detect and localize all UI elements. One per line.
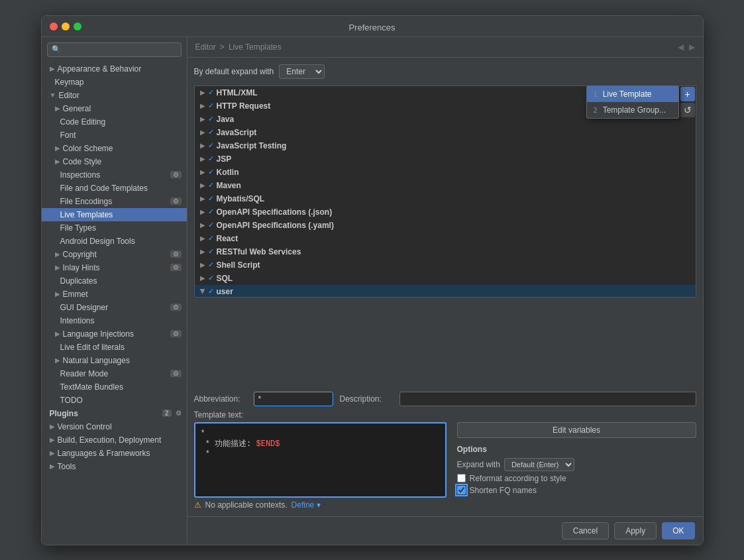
- abbreviation-input[interactable]: [254, 392, 333, 406]
- check-icon: ✓: [208, 141, 214, 150]
- sidebar-item-emmet[interactable]: ▶ Emmet: [42, 288, 187, 301]
- dropdown-item-live-template[interactable]: 1 Live Template: [587, 86, 678, 102]
- sidebar-item-duplicates[interactable]: Duplicates: [42, 274, 187, 288]
- template-group-restful[interactable]: ▶ ✓ RESTful Web Services: [195, 245, 696, 258]
- expand-with-select[interactable]: Default (Enter) Enter Tab: [504, 458, 574, 471]
- template-group-sql[interactable]: ▶ ✓ SQL: [195, 272, 696, 285]
- sidebar-item-tools[interactable]: ▶ Tools: [42, 460, 187, 473]
- sidebar-item-live-edit[interactable]: Live Edit of literals: [42, 341, 187, 354]
- sidebar-item-font[interactable]: Font: [42, 129, 187, 142]
- dropdown-label: Template Group...: [603, 105, 666, 115]
- arrow-icon: ▶: [200, 168, 205, 176]
- sidebar-item-languages[interactable]: ▶ Languages & Frameworks: [42, 447, 187, 460]
- arrow-icon: ▶: [200, 195, 205, 202]
- sidebar-item-file-templates[interactable]: File and Code Templates: [42, 182, 187, 195]
- cancel-button[interactable]: Cancel: [562, 522, 609, 539]
- sidebar-item-live-templates[interactable]: Live Templates: [42, 208, 187, 221]
- back-arrow[interactable]: ◀: [678, 42, 684, 52]
- close-button[interactable]: [50, 23, 58, 30]
- sidebar-item-plugins[interactable]: Plugins 2 ⚙: [42, 407, 187, 420]
- minimize-button[interactable]: [62, 23, 70, 30]
- search-box[interactable]: 🔍: [47, 42, 182, 57]
- sidebar-item-label: Keymap: [55, 78, 84, 87]
- sidebar-item-file-encodings[interactable]: File Encodings ⚙: [42, 195, 187, 208]
- description-input[interactable]: [399, 392, 696, 406]
- template-group-mybatis[interactable]: ▶ ✓ Mybatis/SQL: [195, 192, 696, 205]
- template-editor[interactable]: * * 功能描述: $END$ *: [194, 422, 447, 498]
- template-group-react[interactable]: ▶ ✓ React: [195, 232, 696, 245]
- shorten-checkbox[interactable]: [457, 486, 466, 494]
- warning-icon: ⚠: [194, 500, 201, 510]
- search-input[interactable]: [64, 45, 177, 54]
- nav-arrows: ◀ ▶: [678, 42, 695, 52]
- sidebar-item-color-scheme[interactable]: ▶ Color Scheme: [42, 142, 187, 155]
- sidebar-item-intentions[interactable]: Intentions: [42, 314, 187, 327]
- sidebar-item-inlay-hints[interactable]: ▶ Inlay Hints ⚙: [42, 261, 187, 274]
- sidebar-item-editor[interactable]: ▼ Editor: [42, 89, 187, 102]
- sidebar-item-code-style[interactable]: ▶ Code Style: [42, 155, 187, 168]
- check-icon: ✓: [208, 181, 214, 190]
- expand-label: By default expand with: [194, 67, 274, 76]
- template-text-area: * * 功能描述: $END$ * Edit variables Options…: [194, 422, 696, 498]
- template-group-shell[interactable]: ▶ ✓ Shell Script: [195, 258, 696, 272]
- sidebar-item-copyright[interactable]: ▶ Copyright ⚙: [42, 248, 187, 261]
- undo-button[interactable]: ↺: [680, 103, 695, 117]
- sidebar-item-todo[interactable]: TODO: [42, 394, 187, 407]
- template-group-openapi-json[interactable]: ▶ ✓ OpenAPI Specifications (.json): [195, 205, 696, 219]
- ok-button[interactable]: OK: [662, 522, 694, 539]
- sidebar-item-label: Build, Execution, Deployment: [58, 435, 162, 445]
- sidebar-item-code-editing[interactable]: Code Editing: [42, 115, 187, 129]
- sidebar-item-gui-designer[interactable]: GUI Designer ⚙: [42, 301, 187, 314]
- arrow-icon: ▶: [200, 102, 205, 109]
- arrow-icon: ▶: [200, 261, 205, 268]
- sidebar-item-general[interactable]: ▶ General: [42, 102, 187, 115]
- sidebar-item-label: Tools: [58, 462, 76, 471]
- maximize-button[interactable]: [74, 23, 81, 30]
- sidebar-item-label: Inspections: [60, 170, 101, 180]
- expand-select[interactable]: Enter Tab Space: [279, 64, 325, 79]
- dropdown-item-template-group[interactable]: 2 Template Group...: [587, 102, 678, 118]
- sidebar-item-label: Intentions: [60, 316, 95, 325]
- sidebar-item-keymap[interactable]: Keymap: [42, 76, 187, 89]
- apply-button[interactable]: Apply: [614, 522, 657, 539]
- sidebar-item-file-types[interactable]: File Types: [42, 221, 187, 235]
- edit-variables-button[interactable]: Edit variables: [457, 422, 696, 438]
- sidebar-item-language-injections[interactable]: ▶ Language Injections ⚙: [42, 327, 187, 341]
- reformat-checkbox[interactable]: [457, 474, 466, 482]
- sidebar-item-natural-languages[interactable]: ▶ Natural Languages: [42, 354, 187, 367]
- arrow-icon: ▶: [55, 105, 60, 112]
- template-group-kotlin[interactable]: ▶ ✓ Kotlin: [195, 166, 696, 179]
- sidebar-item-build[interactable]: ▶ Build, Execution, Deployment: [42, 433, 187, 447]
- define-link[interactable]: Define ▾: [292, 500, 321, 510]
- sidebar-item-android-design[interactable]: Android Design Tools: [42, 235, 187, 248]
- sidebar-item-label: File and Code Templates: [60, 184, 148, 193]
- group-name: Shell Script: [217, 260, 260, 270]
- options-title: Options: [457, 445, 696, 454]
- arrow-icon: ▶: [200, 142, 205, 149]
- sidebar-item-reader-mode[interactable]: Reader Mode ⚙: [42, 367, 187, 380]
- sidebar-item-label: Natural Languages: [63, 356, 130, 365]
- sidebar-item-appearance[interactable]: ▶ Appearance & Behavior: [42, 62, 187, 76]
- group-name: Java: [217, 115, 235, 124]
- sidebar-item-label: Color Scheme: [63, 144, 113, 153]
- sidebar-item-inspections[interactable]: Inspections ⚙: [42, 168, 187, 182]
- template-group-js-testing[interactable]: ▶ ✓ JavaScript Testing: [195, 139, 696, 152]
- arrow-icon: ▶: [55, 144, 60, 152]
- arrow-icon: ▶: [50, 463, 55, 470]
- warning-text: No applicable contexts.: [205, 500, 288, 510]
- sidebar-item-label: Android Design Tools: [60, 237, 135, 246]
- sidebar-item-version-control[interactable]: ▶ Version Control: [42, 420, 187, 433]
- traffic-lights: [50, 23, 81, 30]
- add-button[interactable]: +: [680, 87, 695, 101]
- template-group-openapi-yaml[interactable]: ▶ ✓ OpenAPI Specifications (.yaml): [195, 219, 696, 232]
- plugins-settings-icon: ⚙: [176, 410, 182, 417]
- template-group-user[interactable]: ▶ ✓ user: [195, 285, 696, 298]
- panel-body: By default expand with Enter Tab Space +…: [187, 58, 703, 516]
- sidebar-item-textmate[interactable]: TextMate Bundles: [42, 380, 187, 394]
- template-group-maven[interactable]: ▶ ✓ Maven: [195, 179, 696, 192]
- template-group-jsp[interactable]: ▶ ✓ JSP: [195, 152, 696, 166]
- forward-arrow[interactable]: ▶: [689, 42, 695, 52]
- sidebar-item-label: TODO: [60, 396, 83, 405]
- check-icon: ✓: [208, 260, 214, 269]
- template-group-js[interactable]: ▶ ✓ JavaScript: [195, 126, 696, 139]
